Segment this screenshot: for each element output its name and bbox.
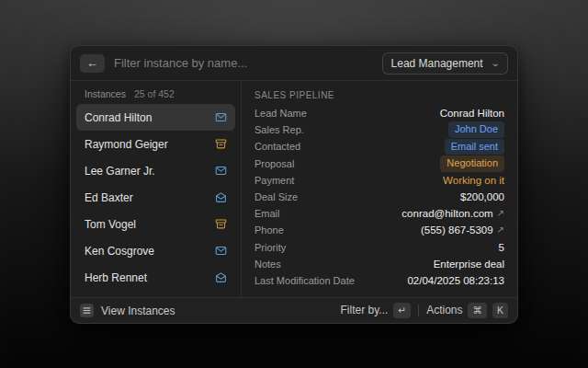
detail-row: Sales Rep. John Doe: [254, 121, 504, 138]
external-link-icon: ↗: [497, 209, 504, 218]
field-value: 5: [499, 242, 504, 253]
detail-row: Payment Working on it: [254, 172, 504, 189]
chevron-down-icon: ⌄: [490, 59, 500, 68]
field-label: Proposal: [254, 158, 294, 169]
tray-icon: [215, 138, 227, 150]
field-value: (555) 867-5309: [421, 224, 493, 236]
detail-row: Lead Name Conrad Hilton: [254, 105, 504, 121]
field-label: Payment: [254, 175, 294, 186]
detail-row: Proposal Negotiation: [254, 155, 504, 172]
envelope-open-icon: [215, 191, 227, 203]
back-arrow-icon: ←: [86, 57, 98, 69]
field-label: Email: [254, 208, 280, 219]
back-button[interactable]: ←: [80, 54, 105, 73]
detail-row: Priority 5: [254, 239, 504, 256]
field-label: Phone: [254, 224, 284, 236]
list-header-count: 25 of 452: [134, 88, 175, 99]
list-item-label: Conrad Hilton: [85, 111, 152, 124]
current-command: View Instances: [80, 304, 175, 317]
field-value-badge: Negotiation: [440, 155, 504, 172]
return-key-icon: ↵: [393, 303, 411, 318]
current-command-label: View Instances: [101, 305, 175, 317]
field-value: conrad@hilton.com: [401, 208, 492, 219]
envelope-icon: [215, 111, 227, 123]
footer-divider: [418, 305, 419, 316]
list-item[interactable]: Tom Vogel: [76, 211, 235, 237]
actions-button[interactable]: Actions ⌘ K: [426, 303, 508, 318]
detail-row: Last Modification Date 02/04/2025 08:23:…: [254, 272, 504, 289]
k-key-icon: K: [492, 303, 508, 318]
field-value: $200,000: [460, 191, 504, 202]
list-item-label: Ed Baxter: [85, 191, 133, 204]
list-item-label: Raymond Geiger: [85, 138, 168, 151]
list-item-label: Lee Garner Jr.: [85, 165, 155, 178]
list-item[interactable]: Conrad Hilton: [76, 104, 235, 131]
field-value-badge: Email sent: [445, 139, 504, 155]
field-label: Deal Size: [254, 191, 298, 202]
field-label: Notes: [254, 259, 281, 270]
envelope-icon: [215, 245, 227, 257]
email-link[interactable]: conrad@hilton.com ↗: [401, 208, 504, 219]
list-item[interactable]: Ed Baxter: [76, 184, 235, 211]
detail-row: Phone (555) 867-5309 ↗: [254, 222, 504, 238]
search-input[interactable]: [114, 56, 373, 70]
tray-icon: [215, 218, 227, 230]
detail-row: Notes Enterprise deal: [254, 256, 504, 272]
field-value: Conrad Hilton: [440, 108, 504, 119]
field-value: Enterprise deal: [434, 259, 504, 270]
detail-panel: SALES PIPELINE Lead Name Conrad Hilton S…: [242, 81, 517, 297]
list-header: Instances 25 of 452: [76, 86, 235, 104]
dropdown-label: Lead Management: [391, 57, 483, 70]
field-value: 02/04/2025 08:23:13: [407, 275, 504, 286]
list-item[interactable]: Raymond Geiger: [76, 131, 235, 157]
main-split: Instances 25 of 452 Conrad Hilton Raymon…: [71, 81, 517, 297]
field-label: Sales Rep.: [254, 124, 304, 135]
field-value-badge: John Doe: [448, 121, 504, 138]
field-label: Contacted: [254, 141, 300, 152]
field-value: Working on it: [443, 175, 504, 186]
actions-label: Actions: [426, 304, 462, 316]
list-item[interactable]: Lee Garner Jr.: [76, 157, 235, 184]
field-label: Priority: [254, 242, 286, 253]
footer-actions: Filter by... ↵ Actions ⌘ K: [341, 303, 508, 318]
list-item-label: Herb Rennet: [85, 271, 147, 284]
footer-bar: View Instances Filter by... ↵ Actions ⌘ …: [71, 297, 517, 323]
field-label: Lead Name: [254, 108, 307, 119]
phone-link[interactable]: (555) 867-5309 ↗: [421, 224, 504, 236]
view-dropdown[interactable]: Lead Management ⌄: [382, 52, 508, 75]
list-item[interactable]: Herb Rennet: [76, 264, 235, 291]
detail-row: Email conrad@hilton.com ↗: [254, 205, 504, 222]
cmd-key-icon: ⌘: [468, 303, 487, 318]
field-label: Last Modification Date: [254, 275, 355, 286]
filter-by-label: Filter by...: [341, 304, 389, 316]
list-item[interactable]: Ken Cosgrove: [76, 237, 235, 264]
instances-list: Instances 25 of 452 Conrad Hilton Raymon…: [71, 81, 242, 297]
list-item-label: Tom Vogel: [85, 218, 136, 231]
command-palette-window: ← Lead Management ⌄ Instances 25 of 452 …: [70, 45, 518, 324]
detail-row: Deal Size $200,000: [254, 189, 504, 205]
envelope-open-icon: [215, 271, 227, 283]
section-title: SALES PIPELINE: [254, 87, 504, 105]
top-bar: ← Lead Management ⌄: [71, 46, 517, 81]
external-link-icon: ↗: [497, 225, 504, 235]
envelope-icon: [215, 165, 227, 177]
filter-by-button[interactable]: Filter by... ↵: [341, 303, 412, 318]
list-item-label: Ken Cosgrove: [85, 245, 154, 258]
list-header-label: Instances: [85, 88, 126, 99]
detail-row: Contacted Email sent: [254, 138, 504, 155]
view-instances-icon: [80, 304, 94, 317]
